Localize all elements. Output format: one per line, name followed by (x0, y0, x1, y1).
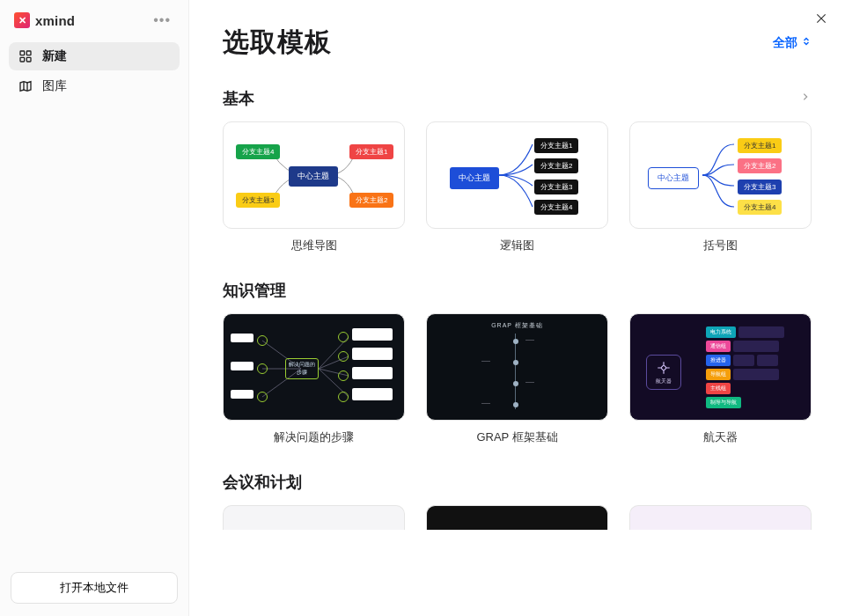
section-knowledge: 知识管理 解决问题的 步骤 (223, 280, 812, 445)
map-icon (18, 78, 33, 94)
section-basic: 基本 中心主题 分支主题4 分支主题3 分支主题1 (223, 87, 812, 253)
brand-logo-icon (14, 12, 30, 28)
svg-rect-11 (661, 364, 666, 370)
chevron-right-icon[interactable] (799, 87, 812, 109)
sidebar-item-label: 新建 (42, 48, 67, 64)
svg-rect-0 (20, 51, 25, 55)
template-thumb (629, 505, 812, 530)
filter-label: 全部 (773, 35, 797, 51)
template-thumb: 航天器 电力系统 通信组 推进器 导航组 主线组 制导与导航 (629, 313, 812, 421)
template-name: 思维导图 (223, 238, 405, 253)
sidebar-header: xmind ••• (9, 9, 180, 42)
template-card-mindmap[interactable]: 中心主题 分支主题4 分支主题3 分支主题1 分支主题2 思维导图 (223, 121, 405, 253)
section-meeting: 会议和计划 (223, 472, 812, 530)
template-card-placeholder[interactable] (223, 505, 405, 530)
template-card-spacecraft[interactable]: 航天器 电力系统 通信组 推进器 导航组 主线组 制导与导航 航天器 (629, 313, 812, 445)
satellite-icon: 航天器 (646, 355, 681, 390)
thumb-title: GRAP 框架基础 (427, 314, 607, 330)
svg-rect-3 (26, 57, 31, 62)
page-title: 选取模板 (223, 25, 332, 61)
sidebar-item-label: 图库 (42, 78, 67, 94)
sidebar-nav: 新建 图库 (9, 42, 180, 100)
section-title: 基本 (223, 88, 254, 109)
template-card-grap[interactable]: GRAP 框架基础 —— —— —— —— GRAP 框架基础 (426, 313, 608, 445)
template-name: 括号图 (629, 238, 812, 253)
page-header: 选取模板 全部 (223, 25, 812, 61)
template-thumb: 中心主题 分支主题1 分支主题2 分支主题3 分支主题4 (629, 121, 812, 229)
filter-all[interactable]: 全部 (773, 35, 812, 51)
close-icon[interactable] (812, 9, 831, 32)
template-thumb: 解决问题的 步骤 (223, 313, 405, 421)
template-card-brace[interactable]: 中心主题 分支主题1 分支主题2 分支主题3 分支主题4 括号图 (629, 121, 812, 253)
template-name: 解决问题的步骤 (223, 429, 405, 445)
sidebar-footer: 打开本地文件 (9, 572, 180, 607)
template-name: 航天器 (629, 429, 812, 445)
more-button[interactable]: ••• (150, 11, 174, 30)
open-local-file-button[interactable]: 打开本地文件 (11, 572, 178, 604)
sidebar-item-gallery[interactable]: 图库 (9, 72, 180, 100)
template-card-logic[interactable]: 中心主题 分支主题1 分支主题2 分支主题3 分支主题4 逻辑图 (426, 121, 608, 253)
sort-icon (801, 35, 812, 50)
template-name: GRAP 框架基础 (426, 429, 608, 445)
template-thumb: 中心主题 分支主题1 分支主题2 分支主题3 分支主题4 (426, 121, 608, 229)
sidebar-item-new[interactable]: 新建 (9, 42, 180, 70)
main-panel: 选取模板 全部 基本 (189, 0, 845, 616)
svg-rect-2 (20, 57, 25, 62)
template-thumb: 中心主题 分支主题4 分支主题3 分支主题1 分支主题2 (223, 121, 405, 229)
section-title: 知识管理 (223, 280, 286, 301)
brand-text: xmind (35, 13, 75, 28)
thumb-center-label: 解决问题的 步骤 (285, 358, 319, 379)
template-name: 逻辑图 (426, 238, 608, 253)
template-thumb (426, 505, 608, 530)
template-thumb: GRAP 框架基础 —— —— —— —— (426, 313, 608, 421)
template-card-placeholder[interactable] (426, 505, 608, 530)
brand: xmind (14, 12, 75, 28)
section-title: 会议和计划 (223, 472, 302, 493)
grid-icon (18, 48, 33, 64)
sidebar: xmind ••• 新建 图库 打开本地文件 (0, 0, 189, 616)
template-card-problem-steps[interactable]: 解决问题的 步骤 (223, 313, 405, 445)
template-thumb (223, 505, 405, 530)
template-card-placeholder[interactable] (629, 505, 812, 530)
svg-rect-1 (26, 51, 31, 55)
